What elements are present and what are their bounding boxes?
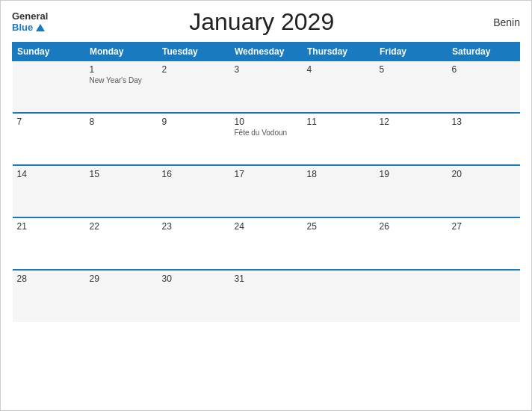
calendar-cell: 22: [85, 217, 158, 270]
day-number: 6: [452, 64, 516, 75]
calendar-cell: 25: [303, 217, 375, 270]
col-monday: Monday: [85, 43, 158, 61]
calendar-cell: 20: [448, 165, 520, 217]
calendar-cell: 16: [158, 165, 230, 217]
calendar-cell: [375, 270, 448, 322]
calendar-cell: 12: [375, 113, 448, 165]
day-number: 30: [162, 274, 226, 284]
day-number: 14: [17, 169, 81, 179]
calendar-cell: 2: [158, 61, 230, 113]
day-number: 26: [380, 221, 443, 232]
day-number: 3: [235, 64, 298, 75]
country-name: Benin: [475, 16, 520, 28]
day-number: 1: [90, 64, 153, 75]
day-number: 21: [17, 221, 81, 232]
calendar-week-row: 21222324252627: [13, 217, 520, 270]
calendar-cell: 28: [13, 270, 85, 322]
calendar-cell: 5: [375, 61, 448, 113]
day-number: 8: [90, 117, 153, 127]
calendar-cell: 10Fête du Vodoun: [230, 113, 303, 165]
calendar-cell: 8: [85, 113, 158, 165]
day-number: 4: [307, 64, 371, 75]
calendar-cell: 21: [13, 217, 85, 270]
day-number: 27: [452, 221, 516, 232]
day-number: 20: [452, 169, 516, 179]
day-number: 5: [380, 64, 443, 75]
logo-blue-text: Blue: [12, 22, 48, 33]
calendar-cell: 11: [303, 113, 375, 165]
calendar-week-row: 28293031: [13, 270, 520, 322]
calendar-cell: 24: [230, 217, 303, 270]
calendar-cell: 9: [158, 113, 230, 165]
calendar-week-row: 78910Fête du Vodoun111213: [13, 113, 520, 165]
event-text: New Year's Day: [90, 76, 153, 85]
calendar-cell: 7: [13, 113, 85, 165]
month-title: January 2029: [48, 8, 475, 36]
calendar-week-row: 14151617181920: [13, 165, 520, 217]
calendar-cell: 15: [85, 165, 158, 217]
day-number: 17: [235, 169, 298, 179]
calendar-cell: 17: [230, 165, 303, 217]
calendar-cell: 6: [448, 61, 520, 113]
day-number: 18: [307, 169, 371, 179]
day-number: 23: [162, 221, 226, 232]
calendar-grid: Sunday Monday Tuesday Wednesday Thursday…: [12, 42, 520, 322]
calendar-cell: 3: [230, 61, 303, 113]
event-text: Fête du Vodoun: [235, 129, 298, 137]
day-number: 28: [17, 274, 81, 284]
day-number: 11: [307, 117, 371, 127]
day-number: 16: [162, 169, 226, 179]
calendar-cell: 27: [448, 217, 520, 270]
day-number: 15: [90, 169, 153, 179]
calendar-cell: 30: [158, 270, 230, 322]
col-wednesday: Wednesday: [230, 43, 303, 61]
calendar-cell: 26: [375, 217, 448, 270]
day-number: 25: [307, 221, 371, 232]
calendar-cell: 18: [303, 165, 375, 217]
weekday-header-row: Sunday Monday Tuesday Wednesday Thursday…: [13, 43, 520, 61]
day-number: 19: [380, 169, 443, 179]
logo-triangle-icon: [36, 24, 45, 31]
calendar-cell: 4: [303, 61, 375, 113]
day-number: 10: [235, 117, 298, 127]
day-number: 31: [235, 274, 298, 284]
col-tuesday: Tuesday: [158, 43, 230, 61]
day-number: 13: [452, 117, 516, 127]
calendar-cell: 14: [13, 165, 85, 217]
calendar-container: General Blue January 2029 Benin Sunday M…: [0, 0, 532, 411]
col-sunday: Sunday: [13, 43, 85, 61]
day-number: 24: [235, 221, 298, 232]
logo: General Blue: [12, 11, 48, 33]
calendar-cell: 31: [230, 270, 303, 322]
col-thursday: Thursday: [303, 43, 375, 61]
calendar-header: General Blue January 2029 Benin: [12, 8, 520, 36]
day-number: 9: [162, 117, 226, 127]
logo-general-text: General: [12, 11, 48, 22]
calendar-week-row: 1New Year's Day23456: [13, 61, 520, 113]
calendar-cell: [448, 270, 520, 322]
calendar-cell: 23: [158, 217, 230, 270]
calendar-cell: 29: [85, 270, 158, 322]
col-saturday: Saturday: [448, 43, 520, 61]
calendar-cell: 19: [375, 165, 448, 217]
calendar-cell: [303, 270, 375, 322]
col-friday: Friday: [375, 43, 448, 61]
day-number: 7: [17, 117, 81, 127]
calendar-cell: 1New Year's Day: [85, 61, 158, 113]
day-number: 29: [90, 274, 153, 284]
calendar-cell: [13, 61, 85, 113]
day-number: 2: [162, 64, 226, 75]
day-number: 12: [380, 117, 443, 127]
day-number: 22: [90, 221, 153, 232]
calendar-cell: 13: [448, 113, 520, 165]
